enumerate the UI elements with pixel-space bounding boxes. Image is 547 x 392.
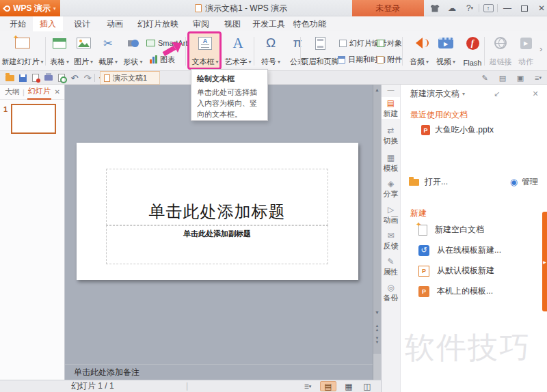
tab-slideshow[interactable]: 幻灯片放映 — [133, 16, 183, 31]
pane-tab-backup[interactable]: ◎备份 — [382, 281, 400, 303]
chevron-down-icon[interactable]: ▾ — [462, 91, 465, 97]
new-from-online-template-item[interactable]: ↺ 从在线模板新建... — [418, 244, 501, 256]
chart-button[interactable]: 图表 — [150, 53, 175, 66]
login-button[interactable]: 未登录 — [352, 0, 424, 16]
save-button[interactable] — [16, 72, 29, 84]
audio-button[interactable]: 音频▾ — [405, 33, 433, 70]
notes-toggle-button[interactable]: ≡▾ — [299, 380, 316, 392]
new-doc-button[interactable]: ▤ — [496, 72, 509, 83]
pane-tab-properties[interactable]: ✎属性 — [382, 255, 400, 277]
document-tab[interactable]: 演示文稿1 — [100, 71, 160, 85]
speaker-icon — [416, 38, 423, 48]
task-pane-title[interactable]: 新建演示文稿 — [410, 88, 459, 100]
slide-thumbnail[interactable] — [11, 104, 56, 134]
screenshot-button[interactable]: ✂ 截屏▾ — [96, 33, 120, 70]
pane-tab-share[interactable]: ◈分享 — [382, 178, 400, 199]
pane-tab-template[interactable]: ▦模板 — [382, 152, 400, 173]
ribbon-expand-icon[interactable]: › — [539, 44, 542, 54]
previous-slide-button[interactable]: ▲▲ — [373, 324, 381, 332]
chevron-down-icon: ▾ — [248, 59, 251, 65]
tab-view[interactable]: 视图 — [217, 16, 248, 31]
slide-sorter-view-button[interactable]: ▦ — [342, 380, 356, 392]
tab-review[interactable]: 审阅 — [186, 16, 216, 31]
table-button[interactable]: 表格▾ — [48, 33, 71, 70]
manage-button[interactable]: ◉ 管理 — [510, 176, 538, 188]
slide-sorter-icon: ▦ — [345, 382, 352, 391]
redo-button[interactable]: ↷ — [81, 72, 94, 84]
skin-button[interactable] — [427, 0, 442, 16]
shapes-button[interactable]: 形状▾ — [121, 33, 145, 70]
flash-button[interactable]: f Flash — [459, 33, 485, 70]
video-button[interactable]: ▶ 视频▾ — [432, 33, 459, 70]
hide-ribbon-button[interactable]: ↑ — [481, 0, 496, 16]
new-blank-doc-item[interactable]: ✦ 新建空白文档 — [418, 224, 484, 236]
notes-placeholder-text: 单击此处添加备注 — [74, 367, 139, 378]
pane-collapse-handle[interactable]: ▶ — [542, 212, 547, 311]
tab-design[interactable]: 设计 — [67, 16, 97, 31]
attachment-button[interactable]: 附件 — [377, 53, 402, 66]
slide-editor-area[interactable]: 单击此处添加标题 单击此处添加副标题 — [65, 85, 373, 364]
recent-file-item[interactable]: P 大鱼吃小鱼.pptx — [421, 124, 494, 136]
tools-button[interactable]: ✎ — [479, 72, 491, 83]
attachment-icon — [377, 56, 384, 64]
print-button[interactable] — [42, 72, 55, 84]
pane-tab-new[interactable]: ▤新建 — [382, 97, 400, 119]
new-from-default-template-item[interactable]: P 从默认模板新建 — [418, 265, 494, 277]
smartart-icon — [146, 40, 155, 46]
restore-pane-icon[interactable]: ↙ — [490, 89, 504, 98]
object-icon — [377, 40, 384, 47]
textbox-button[interactable]: A 文本框▾ — [189, 33, 221, 70]
open-file-button[interactable]: 打开... — [409, 176, 448, 188]
next-slide-button[interactable]: ▼▼ — [373, 336, 381, 344]
document-tab-label: 演示文稿1 — [113, 73, 147, 83]
close-pane-icon[interactable]: ✕ — [529, 89, 542, 98]
window-button[interactable]: ▣ — [514, 72, 526, 83]
slide-canvas[interactable]: 单击此处添加标题 单击此处添加副标题 — [77, 143, 358, 280]
print-preview-button[interactable] — [55, 72, 68, 84]
pane-tab-feedback[interactable]: ✉反馈 — [382, 229, 400, 251]
collapse-handle-icon[interactable]: — — [382, 86, 400, 94]
hyperlink-button[interactable]: 超链接 — [486, 33, 515, 70]
tooltip-title: 绘制文本框 — [197, 74, 262, 84]
tab-start[interactable]: 开始 — [3, 16, 33, 31]
tab-insert[interactable]: 插入 — [33, 16, 63, 31]
tab-list-button[interactable]: ≡▾ — [531, 72, 546, 83]
subtitle-placeholder[interactable]: 单击此处添加副标题 — [106, 225, 328, 264]
object-button[interactable]: 对象 — [377, 36, 402, 50]
scroll-down-icon[interactable]: ▼ — [373, 310, 381, 315]
open-button[interactable] — [3, 72, 16, 84]
scroll-up-icon[interactable]: ▲ — [373, 87, 381, 92]
folder-icon — [5, 75, 14, 81]
tab-outline[interactable]: 大纲 — [5, 87, 20, 97]
reading-view-button[interactable]: ◫ — [360, 380, 374, 392]
omega-icon: Ω — [266, 36, 276, 50]
help-button[interactable]: ?▾ — [461, 0, 479, 16]
editor-scrollbar[interactable]: ▲ ▼ ▲▲ ▼▼ — [373, 85, 381, 380]
undo-button[interactable]: ↶ — [68, 72, 81, 84]
notes-pane[interactable]: 单击此处添加备注 — [65, 364, 373, 380]
title-placeholder[interactable]: 单击此处添加标题 — [106, 169, 328, 225]
action-button[interactable]: ▶ 动作 — [514, 33, 537, 70]
tab-devtools[interactable]: 开发工具 — [249, 16, 289, 31]
header-footer-button[interactable]: 页眉和页脚 — [302, 33, 338, 70]
pane-tab-transition[interactable]: ⇄切换 — [382, 124, 400, 146]
pane-tab-animation[interactable]: ▷动画 — [382, 204, 400, 225]
cloud-button[interactable]: ☁ — [444, 0, 459, 16]
slide-counter: 幻灯片 1 / 1 — [71, 380, 114, 392]
maximize-button[interactable] — [517, 0, 532, 16]
close-button[interactable]: ✕ — [534, 0, 547, 16]
wordart-button[interactable]: A 艺术字▾ — [223, 33, 253, 70]
new-slide-button[interactable]: ✦ 新建幻灯片▾ — [2, 33, 43, 70]
minimize-button[interactable]: — — [500, 0, 515, 16]
local-templates-item[interactable]: P 本机上的模板... — [418, 285, 493, 297]
export-button[interactable] — [29, 72, 42, 84]
normal-view-button[interactable]: ▤ — [320, 381, 336, 391]
smartart-button[interactable]: SmartArt — [146, 36, 187, 50]
tab-special[interactable]: 特色功能 — [290, 16, 330, 31]
tab-slides[interactable]: 幻灯片 — [27, 85, 51, 100]
wps-logo-button[interactable]: WPS 演示 ▾ — [0, 0, 60, 16]
symbol-button[interactable]: Ω 符号▾ — [256, 33, 285, 70]
close-icon[interactable]: ✕ — [55, 88, 60, 96]
picture-button[interactable]: 图片▾ — [72, 33, 95, 70]
tab-animation[interactable]: 动画 — [100, 16, 130, 31]
